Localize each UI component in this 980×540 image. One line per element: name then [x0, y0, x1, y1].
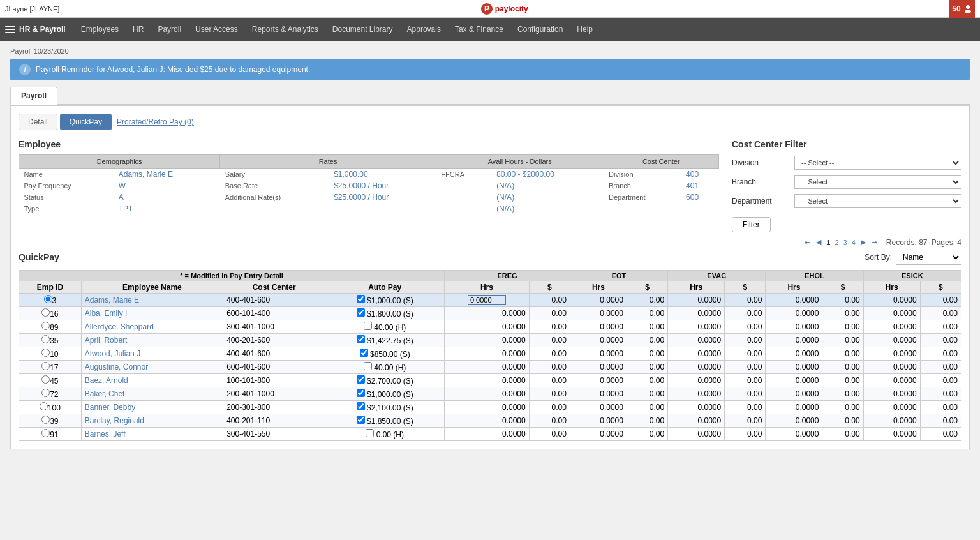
- emp-radio[interactable]: [44, 295, 52, 303]
- emp-radio[interactable]: [41, 335, 50, 343]
- emp-name-cell[interactable]: Atwood, Julian J: [81, 347, 223, 361]
- emp-radio-cell[interactable]: 3: [19, 294, 82, 307]
- emp-radio-cell[interactable]: 72: [19, 387, 82, 401]
- subtab-detail[interactable]: Detail: [19, 114, 57, 130]
- emp-name-link[interactable]: Banner, Debby: [85, 403, 135, 412]
- ccf-division-select[interactable]: -- Select --: [794, 156, 961, 170]
- addrates-value[interactable]: $25.0000 / Hour: [329, 191, 436, 203]
- emp-name-link[interactable]: Baez, Arnold: [85, 376, 128, 385]
- name-link[interactable]: Adams, Marie E: [119, 170, 173, 179]
- emp-radio[interactable]: [41, 308, 50, 317]
- ereg-hrs-input-cell[interactable]: [445, 294, 530, 307]
- emp-radio-cell[interactable]: 10: [19, 347, 82, 361]
- autopay-cell[interactable]: $1,850.00 (S): [325, 414, 445, 428]
- emp-name-link[interactable]: Barclay, Reginald: [85, 416, 144, 425]
- emp-name-cell[interactable]: Barclay, Reginald: [81, 414, 223, 428]
- emp-name-cell[interactable]: Baez, Arnold: [81, 374, 223, 387]
- nav-approvals[interactable]: Approvals: [401, 18, 447, 41]
- ffcra-avail2[interactable]: (N/A): [491, 180, 604, 191]
- division-value[interactable]: 400: [681, 169, 718, 181]
- emp-radio[interactable]: [40, 402, 48, 410]
- emp-name-cell[interactable]: Barnes, Jeff: [81, 428, 223, 441]
- nav-help[interactable]: Help: [570, 18, 599, 41]
- branch-value[interactable]: 401: [681, 180, 718, 191]
- page-3[interactable]: 3: [842, 239, 849, 246]
- nav-employees[interactable]: Employees: [75, 18, 125, 41]
- emp-radio-cell[interactable]: 89: [19, 320, 82, 334]
- salary-link[interactable]: $1,000.00: [334, 170, 368, 179]
- page-4[interactable]: 4: [850, 239, 857, 246]
- nav-hr[interactable]: HR: [126, 18, 150, 41]
- autopay-cell[interactable]: $1,000.00 (S): [325, 387, 445, 401]
- ffcra-avail1[interactable]: 80.00 - $2000.00: [491, 169, 604, 181]
- autopay-cell[interactable]: $2,700.00 (S): [325, 374, 445, 387]
- emp-name-link[interactable]: Barnes, Jeff: [85, 430, 126, 439]
- emp-radio-cell[interactable]: 17: [19, 361, 82, 374]
- emp-name-link[interactable]: April, Robert: [85, 336, 128, 345]
- emp-name-link[interactable]: Adams, Marie E: [85, 296, 139, 304]
- nav-document-library[interactable]: Document Library: [326, 18, 399, 41]
- hamburger-icon[interactable]: [5, 26, 15, 33]
- autopay-checkbox[interactable]: [357, 402, 365, 410]
- subtab-prorated[interactable]: Prorated/Retro Pay (0): [114, 114, 197, 130]
- page-first-btn[interactable]: ⇤: [803, 237, 812, 247]
- nav-reports-analytics[interactable]: Reports & Analytics: [246, 18, 325, 41]
- ffcra-avail4[interactable]: (N/A): [491, 203, 604, 214]
- emp-name-link[interactable]: Augustine, Connor: [85, 363, 148, 371]
- emp-radio-cell[interactable]: 45: [19, 374, 82, 387]
- autopay-cell[interactable]: $1,800.00 (S): [325, 307, 445, 320]
- emp-name-cell[interactable]: Allerdyce, Sheppard: [81, 320, 223, 334]
- nav-payroll[interactable]: Payroll: [151, 18, 188, 41]
- autopay-checkbox[interactable]: [360, 349, 368, 357]
- page-2[interactable]: 2: [833, 239, 840, 246]
- autopay-cell[interactable]: 40.00 (H): [325, 361, 445, 374]
- emp-radio[interactable]: [41, 389, 50, 397]
- emp-radio[interactable]: [41, 375, 50, 384]
- autopay-checkbox[interactable]: [364, 322, 372, 330]
- page-1[interactable]: 1: [825, 239, 831, 246]
- emp-radio[interactable]: [41, 429, 50, 437]
- emp-radio[interactable]: [41, 416, 50, 424]
- emp-name-cell[interactable]: Augustine, Connor: [81, 361, 223, 374]
- autopay-checkbox[interactable]: [357, 389, 365, 397]
- page-prev-btn[interactable]: ◀: [814, 237, 823, 247]
- type-value[interactable]: TPT: [114, 203, 220, 214]
- nav-tax-finance[interactable]: Tax & Finance: [449, 18, 510, 41]
- emp-name-link[interactable]: Alba, Emily I: [85, 309, 128, 318]
- nav-configuration[interactable]: Configuration: [511, 18, 569, 41]
- emp-name-link[interactable]: Allerdyce, Sheppard: [85, 322, 154, 331]
- emp-name-link[interactable]: Baker, Chet: [85, 389, 125, 398]
- notification-badge[interactable]: 50: [949, 0, 975, 18]
- emp-name-cell[interactable]: Baker, Chet: [81, 387, 223, 401]
- autopay-checkbox[interactable]: [357, 295, 365, 303]
- autopay-cell[interactable]: $850.00 (S): [325, 347, 445, 361]
- salary-value[interactable]: $1,000.00: [329, 169, 436, 181]
- emp-radio-cell[interactable]: 91: [19, 428, 82, 441]
- ereg-hrs-input[interactable]: [468, 295, 506, 305]
- emp-name-cell[interactable]: Alba, Emily I: [81, 307, 223, 320]
- autopay-cell[interactable]: 0.00 (H): [325, 428, 445, 441]
- emp-radio[interactable]: [41, 362, 50, 370]
- autopay-checkbox[interactable]: [366, 429, 374, 437]
- emp-name-cell[interactable]: Banner, Debby: [81, 401, 223, 414]
- sort-select[interactable]: Name Employee ID Cost Center: [896, 250, 961, 265]
- subtab-quickpay[interactable]: QuickPay: [60, 114, 112, 130]
- name-value[interactable]: Adams, Marie E: [114, 169, 220, 181]
- ffcra-avail3[interactable]: (N/A): [491, 191, 604, 203]
- page-next-btn[interactable]: ▶: [859, 237, 868, 247]
- autopay-checkbox[interactable]: [364, 362, 372, 370]
- emp-radio[interactable]: [41, 322, 50, 330]
- emp-name-cell[interactable]: April, Robert: [81, 334, 223, 347]
- emp-name-link[interactable]: Atwood, Julian J: [85, 349, 140, 358]
- filter-button[interactable]: Filter: [732, 217, 771, 232]
- autopay-cell[interactable]: $1,422.75 (S): [325, 334, 445, 347]
- autopay-cell[interactable]: 40.00 (H): [325, 320, 445, 334]
- payfreq-value[interactable]: W: [114, 180, 220, 191]
- dept-value[interactable]: 600: [681, 191, 718, 203]
- emp-radio-cell[interactable]: 100: [19, 401, 82, 414]
- autopay-checkbox[interactable]: [357, 375, 365, 384]
- emp-radio-cell[interactable]: 39: [19, 414, 82, 428]
- emp-radio-cell[interactable]: 16: [19, 307, 82, 320]
- ccf-dept-select[interactable]: -- Select --: [794, 194, 961, 208]
- autopay-cell[interactable]: $2,100.00 (S): [325, 401, 445, 414]
